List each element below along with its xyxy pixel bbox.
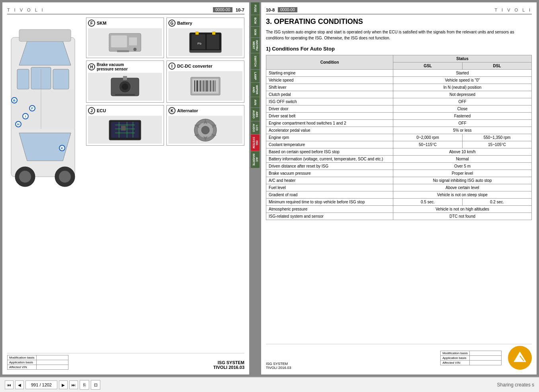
table-row: Accelerator pedal value5% or less bbox=[266, 127, 532, 134]
cell-condition: Clutch pedal bbox=[266, 91, 393, 98]
cell-condition: A/C and heater bbox=[266, 177, 393, 184]
prev-page-button[interactable]: ◀ bbox=[15, 380, 24, 389]
cell-condition: Engine compartment hood switches 1 and 2 bbox=[266, 120, 393, 127]
cell-value: Close bbox=[393, 105, 532, 113]
table-row: Driver doorClose bbox=[266, 105, 532, 113]
logo-svg bbox=[512, 350, 528, 366]
sharing-text: Sharing creates s bbox=[497, 382, 534, 388]
col-condition: Condition bbox=[266, 55, 393, 70]
components-row-3: J ECU bbox=[86, 105, 244, 146]
tab-lcd[interactable]: LCDAUDO bbox=[251, 121, 260, 135]
svg-rect-3 bbox=[53, 69, 69, 89]
cell-condition: Driver door bbox=[266, 105, 393, 113]
components-row-2: H Brake vacuumpressure sensor bbox=[86, 60, 244, 103]
svg-rect-20 bbox=[212, 31, 215, 35]
tab-ac[interactable]: A/CINVERTE bbox=[251, 151, 260, 168]
tab-switch[interactable]: SWITCH bbox=[251, 53, 260, 69]
cell-dsl: 550~1,350 rpm bbox=[463, 134, 532, 141]
tab-isg[interactable]: ISGSYSTEM bbox=[251, 135, 260, 151]
table-row: Atmospheric pressureVehicle is not on hi… bbox=[266, 206, 532, 213]
brake-svg bbox=[107, 74, 143, 100]
svg-text:Pb: Pb bbox=[197, 42, 201, 45]
comp-letter-j: J bbox=[88, 107, 95, 114]
cell-value: No signal inhibiting ISG auto stop bbox=[393, 177, 532, 184]
tab-fuse[interactable]: FUSE bbox=[251, 2, 260, 15]
svg-rect-1 bbox=[17, 69, 29, 89]
components-area: F SKM bbox=[86, 18, 244, 353]
tab-abs[interactable]: ABSAUDO bbox=[251, 108, 260, 121]
right-footer-vin: Affected VIN bbox=[441, 360, 470, 365]
cell-value: Proper level bbox=[393, 170, 532, 177]
cell-condition: Accelerator pedal value bbox=[266, 127, 393, 134]
page-input[interactable] bbox=[25, 380, 57, 389]
table-row: Engine compartment hood switches 1 and 2… bbox=[266, 120, 532, 127]
table-row: Driver seat beltFastened bbox=[266, 113, 532, 120]
right-footer-app: Application basis bbox=[441, 355, 470, 360]
car-diagram: B F I H K bbox=[7, 18, 83, 353]
svg-rect-19 bbox=[195, 31, 199, 35]
cell-condition: Brake vacuum pressure bbox=[266, 170, 393, 177]
svg-rect-26 bbox=[123, 76, 127, 80]
tab-instrument[interactable]: INSTRUMENT bbox=[251, 38, 260, 53]
table-row: Coolant temperature50~115°C15~105°C bbox=[266, 141, 532, 148]
comp-name-skm: SKM bbox=[97, 21, 106, 25]
col-dsl: DSL bbox=[463, 62, 532, 70]
tab-lamp[interactable]: LAMP bbox=[251, 70, 260, 82]
cell-gsl: 0~2,000 rpm bbox=[393, 134, 463, 141]
tab-skm[interactable]: SKM bbox=[251, 27, 260, 38]
comp-letter-g: G bbox=[168, 20, 176, 27]
logo-circle bbox=[508, 346, 532, 370]
cell-value: Over 5 m bbox=[393, 163, 532, 170]
cell-value: OFF bbox=[393, 120, 532, 127]
tab-avn[interactable]: AVN bbox=[251, 97, 260, 107]
cell-dsl: 0.2 sec. bbox=[463, 199, 532, 206]
cell-value: 5% or less bbox=[393, 127, 532, 134]
col-status: Status bbox=[393, 55, 532, 62]
right-page-footer: ISG SYSTEM TIVOLI 2016.03 Modification b… bbox=[266, 344, 532, 370]
component-alternator: K Alternator bbox=[166, 105, 244, 146]
cell-value: In N (neutral) position bbox=[393, 84, 532, 91]
cell-condition: Fuel level bbox=[266, 184, 393, 191]
last-page-button[interactable]: ⏭ bbox=[69, 380, 78, 389]
cell-gsl: 50~115°C bbox=[393, 141, 463, 148]
footer-row-app: Application basis bbox=[8, 360, 37, 365]
nav-controls: ⏮ ◀ ▶ ⏭ ⎘ ⊡ bbox=[5, 380, 100, 390]
left-page-code: 0000-00 bbox=[213, 7, 232, 12]
left-page-footer: Modification basis Application basis Aff… bbox=[7, 353, 244, 370]
svg-point-5 bbox=[19, 171, 31, 183]
cell-condition: Starting engine bbox=[266, 70, 393, 77]
component-brake: H Brake vacuumpressure sensor bbox=[86, 60, 164, 103]
comp-letter-i: I bbox=[168, 62, 176, 70]
comp-letter-h: H bbox=[88, 63, 95, 70]
cell-value: Vehicle is not on steep slope bbox=[393, 191, 532, 199]
cell-condition: Gradient of road bbox=[266, 191, 393, 199]
copy-icon[interactable]: ⎘ bbox=[80, 380, 89, 390]
conditions-table: Condition Status GSL DSL Starting engine… bbox=[266, 55, 532, 220]
comp-image-battery: Pb bbox=[168, 28, 242, 56]
tab-wiper[interactable]: WIPERAND bbox=[251, 83, 260, 97]
right-footer-right: Modification basis Application basis Aff… bbox=[440, 346, 532, 370]
right-system-name: ISG SYSTEM TIVOLI 2016.03 bbox=[266, 362, 291, 370]
component-skm: F SKM bbox=[86, 18, 164, 58]
cell-condition: ISG OFF switch bbox=[266, 98, 393, 105]
alternator-svg bbox=[187, 117, 223, 143]
tab-bcm[interactable]: BCM bbox=[251, 15, 260, 26]
comp-name-ecu: ECU bbox=[97, 108, 106, 113]
table-row: Based on certain speed before ISG stopAb… bbox=[266, 148, 532, 156]
share-icon[interactable]: ⊡ bbox=[91, 380, 100, 390]
cell-dsl: 15~105°C bbox=[463, 141, 532, 148]
table-row: Battery information (voltage, current, t… bbox=[266, 156, 532, 163]
next-page-button[interactable]: ▶ bbox=[59, 380, 68, 389]
svg-rect-9 bbox=[19, 29, 71, 41]
svg-rect-22 bbox=[189, 50, 221, 53]
right-page: 10-8 0000-00 T I V O L I 3. OPERATING CO… bbox=[261, 2, 537, 374]
left-footer-table: Modification basis Application basis Aff… bbox=[7, 355, 68, 370]
svg-rect-15 bbox=[117, 50, 129, 52]
left-brand: T I V O L I bbox=[7, 8, 45, 12]
cell-value: DTC not found bbox=[393, 213, 532, 220]
comp-name-brake: Brake vacuumpressure sensor bbox=[97, 62, 128, 71]
left-system-name: ISG SYSTEM TIVOLI 2016.03 bbox=[213, 360, 244, 370]
comp-image-brake bbox=[88, 73, 162, 101]
svg-point-14 bbox=[133, 48, 137, 51]
first-page-button[interactable]: ⏮ bbox=[5, 380, 14, 389]
